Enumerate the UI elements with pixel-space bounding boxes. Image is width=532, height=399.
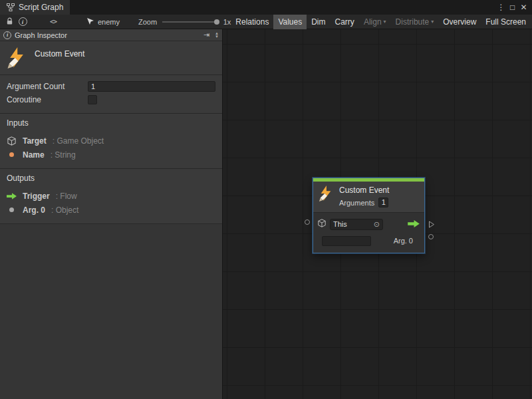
inspector-empty-area [0,224,222,399]
graph-inspector-title: Graph Inspector [15,31,67,39]
event-fields: Argument Count Coroutine [0,75,222,114]
toolbar-button-fullscreen[interactable]: Full Screen [481,15,531,29]
argument-count-label: Argument Count [7,82,88,91]
button-label: Values [278,17,302,27]
graph-breadcrumb[interactable]: enemy [86,17,120,27]
menu-dots-icon: ⋮ [497,3,505,12]
arg0-value-input[interactable] [322,236,371,246]
custom-event-icon [7,47,27,71]
custom-event-header: Custom Event [0,41,222,75]
node-arg0-port-connector[interactable] [428,234,434,239]
coroutine-label: Coroutine [7,95,88,104]
output-port-row: Arg. 0 : Object [7,203,215,217]
maximize-button[interactable]: □ [507,0,518,15]
input-port-row: Name : String [7,148,215,162]
tab-title: Script Graph [19,3,63,12]
window-menu-button[interactable]: ⋮ [495,0,507,15]
port-name: Trigger [23,192,50,201]
info-icon: i [3,31,11,39]
panel-scrollbar[interactable]: ▲ ▼ [215,32,219,39]
zoom-value: 1x [223,18,231,26]
toolbar-button-carry[interactable]: Carry [331,15,359,29]
node-title: Custom Event [339,186,389,195]
script-graph-window: Script Graph ⋮ □ ✕ i <> [0,0,532,399]
toolbar-button-values[interactable]: Values [273,15,307,29]
script-graph-icon [7,3,15,11]
edit-source-button[interactable]: <> [47,15,60,29]
toolbar-button-distribute[interactable]: Distribute▾ [391,15,439,29]
button-label: Distribute [396,17,430,27]
code-icon: <> [50,18,57,25]
inputs-title: Inputs [7,118,215,128]
node-header[interactable]: Custom Event Arguments 1 [313,182,424,213]
zoom-slider-thumb[interactable] [214,19,219,25]
input-port-row: Target : Game Object [7,134,215,148]
outputs-section: Outputs Trigger : Flow Arg. 0 : Object [0,169,222,224]
zoom-slider[interactable] [162,19,219,25]
port-name: Name [23,150,45,160]
tab-script-graph[interactable]: Script Graph [0,0,70,15]
object-picker-icon[interactable]: ⊙ [374,220,380,229]
toolbar: i <> enemy Zoom 1x Relations Values Dim … [0,15,532,29]
chevron-down-icon: ▾ [431,19,434,25]
port-name: Target [23,136,47,146]
node-arguments-label: Arguments [339,199,374,207]
port-type: : Flow [56,192,77,201]
node-input-port-connector[interactable] [305,219,310,225]
button-label: Full Screen [485,17,526,27]
node-target-row: This ⊙ [318,218,420,230]
graph-inspector-header: i Graph Inspector ⇥ ▲ ▼ [0,29,222,41]
cube-icon [7,136,17,146]
port-type: : Object [51,205,78,215]
close-button[interactable]: ✕ [518,0,529,15]
node-trigger-port-connector[interactable] [428,219,435,231]
port-type: : String [51,150,76,160]
button-label: Dim [311,17,325,27]
toolbar-button-overview[interactable]: Overview [438,15,481,29]
flow-arrow-icon [7,193,17,200]
custom-event-title: Custom Event [35,47,84,59]
cube-icon [318,218,326,230]
node-header-text: Custom Event Arguments 1 [339,186,389,207]
titlebar: Script Graph ⋮ □ ✕ [0,0,532,15]
gray-dot-icon [7,207,17,212]
node-arg0-row: Arg. 0 [318,235,420,247]
custom-event-node[interactable]: Custom Event Arguments 1 [313,178,425,253]
output-port-row: Trigger : Flow [7,189,215,203]
toolbar-button-align[interactable]: Align▾ [359,15,391,29]
graph-inspector-panel: i Graph Inspector ⇥ ▲ ▼ Custom Even [0,29,223,399]
lock-button[interactable] [3,15,16,29]
toolbar-button-relations[interactable]: Relations [231,15,273,29]
argument-count-row: Argument Count [7,80,215,93]
node-arguments-field[interactable]: 1 [378,198,388,207]
graph-canvas[interactable]: Custom Event Arguments 1 [223,29,532,399]
zoom-label: Zoom [138,18,157,26]
port-name: Arg. 0 [23,205,45,215]
close-icon: ✕ [520,3,527,12]
node-arguments-row: Arguments 1 [339,198,389,207]
node-body: This ⊙ Arg. 0 [313,213,424,253]
info-icon: i [19,17,27,26]
outputs-title: Outputs [7,174,215,183]
titlebar-spacer [70,0,495,15]
graph-pointer-icon [86,17,94,27]
toolbar-buttons: Relations Values Dim Carry Align▾ Distri… [231,15,531,29]
port-type: : Game Object [53,136,104,146]
inspector-toggle-button[interactable]: i [16,15,29,29]
target-object-value: This [333,220,347,228]
lock-icon [6,17,13,27]
main-area: i Graph Inspector ⇥ ▲ ▼ Custom Even [0,29,532,399]
zoom-slider-track [162,21,219,23]
orange-dot-icon [7,152,17,157]
coroutine-row: Coroutine [7,93,215,106]
toolbar-button-dim[interactable]: Dim [307,15,330,29]
target-object-field[interactable]: This ⊙ [330,219,383,230]
chevron-down-icon: ▾ [384,19,386,25]
scroll-down-icon[interactable]: ▼ [215,35,219,39]
graph-name: enemy [98,18,120,26]
dock-panel-icon[interactable]: ⇥ [203,31,209,39]
argument-count-input[interactable] [88,81,215,92]
custom-event-icon [319,186,333,204]
trigger-flow-arrow-icon[interactable] [408,218,420,230]
coroutine-checkbox[interactable] [88,95,97,104]
